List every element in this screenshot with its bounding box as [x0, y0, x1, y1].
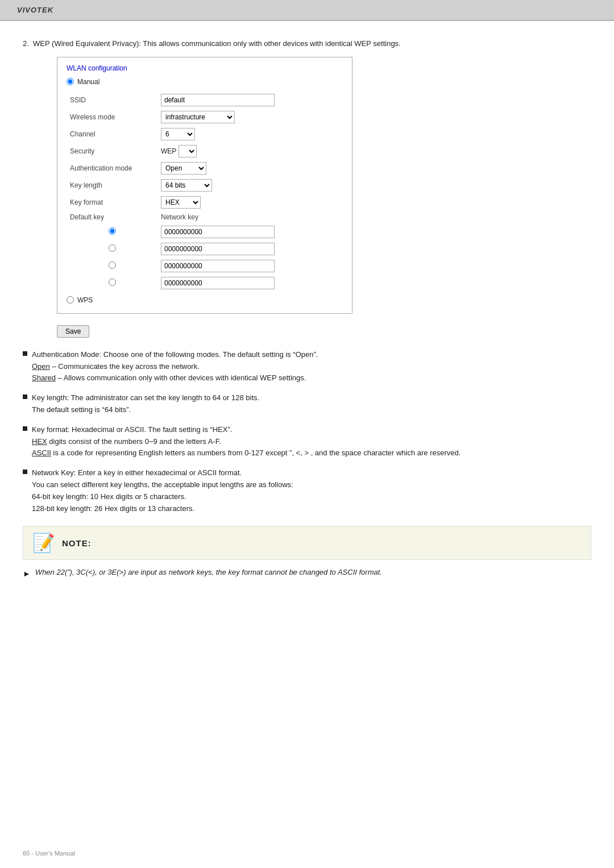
page-footer: 60 - User's Manual — [23, 850, 75, 857]
channel-row: Channel 6 — [67, 126, 343, 143]
key-format-select[interactable]: HEX — [161, 196, 201, 209]
key-length-bullet: Key length: The administrator can set th… — [23, 392, 591, 416]
bullet-square-4 — [23, 470, 27, 474]
key-format-bullet-text: Key format: Hexadecimal or ASCII. The fa… — [32, 424, 591, 459]
key-length-row: Key length 64 bits — [67, 177, 343, 194]
auth-mode-bullet-text: Authentication Mode: Choose one of the f… — [32, 349, 591, 384]
ssid-input[interactable] — [161, 94, 275, 106]
key-2-radio[interactable] — [109, 244, 116, 252]
channel-label: Channel — [67, 126, 157, 143]
key-1-radio[interactable] — [109, 227, 116, 235]
key-row-4 — [67, 275, 343, 292]
key-row-2 — [67, 240, 343, 258]
wps-radio-row: WPS — [67, 296, 343, 304]
wlan-config-box: WLAN configuration Manual SSID Wireless … — [57, 57, 352, 314]
network-key-bullet-text: Network Key: Enter a key in either hexad… — [32, 467, 591, 514]
wireless-mode-label: Wireless mode — [67, 109, 157, 126]
footer-text: 60 - User's Manual — [23, 850, 75, 857]
ascii-underline: ASCII — [32, 448, 51, 457]
security-label: Security — [67, 143, 157, 160]
key-format-bullet: Key format: Hexadecimal or ASCII. The fa… — [23, 424, 591, 459]
key-3-radio[interactable] — [109, 261, 116, 269]
key-format-label: Key format — [67, 194, 157, 211]
security-value: WEP — [161, 147, 176, 155]
wlan-fields-table: SSID Wireless mode infrastructure Channe… — [67, 92, 343, 292]
bullet-square-2 — [23, 394, 27, 399]
bullet-square-1 — [23, 351, 27, 356]
wireless-mode-select[interactable]: infrastructure — [161, 111, 235, 123]
key-4-radio[interactable] — [109, 279, 116, 286]
manual-label: Manual — [77, 78, 99, 86]
note-content: ► When 22(”), 3C(<), or 3E(>) are input … — [23, 567, 591, 580]
brand-logo: VIVOTEK — [17, 6, 53, 14]
section-2-intro: 2. WEP (Wired Equivalent Privacy): This … — [23, 38, 591, 50]
ssid-label: SSID — [67, 92, 157, 109]
bullet-square-3 — [23, 426, 27, 431]
manual-radio[interactable] — [67, 78, 74, 85]
save-button-row: Save — [57, 325, 591, 338]
auth-mode-bullet: Authentication Mode: Choose one of the f… — [23, 349, 591, 384]
note-arrow-icon: ► — [23, 567, 31, 580]
wlan-config-title: WLAN configuration — [67, 64, 343, 72]
page-header: VIVOTEK — [0, 0, 614, 20]
save-button[interactable]: Save — [57, 325, 89, 338]
note-text: When 22(”), 3C(<), or 3E(>) are input as… — [35, 567, 382, 579]
key-length-label: Key length — [67, 177, 157, 194]
key-row-3 — [67, 258, 343, 275]
manual-radio-row: Manual — [67, 78, 343, 86]
key-length-bullet-text: Key length: The administrator can set th… — [32, 392, 591, 416]
channel-select[interactable]: 6 — [161, 128, 195, 140]
key-length-select[interactable]: 64 bits — [161, 179, 212, 192]
hex-underline: HEX — [32, 437, 47, 446]
key-1-input[interactable] — [161, 226, 275, 238]
wps-label: WPS — [77, 296, 93, 304]
key-2-input[interactable] — [161, 243, 275, 255]
open-underline: Open — [32, 362, 50, 371]
note-title: NOTE: — [62, 538, 92, 548]
default-key-header-row: Default key Network key — [67, 211, 343, 223]
bullet-sections: Authentication Mode: Choose one of the f… — [23, 349, 591, 515]
auth-mode-row: Authentication mode Open — [67, 160, 343, 177]
shared-underline: Shared — [32, 373, 56, 382]
wireless-mode-row: Wireless mode infrastructure — [67, 109, 343, 126]
security-row: Security WEP — [67, 143, 343, 160]
wps-radio[interactable] — [67, 296, 74, 304]
note-box: 📝 NOTE: — [23, 526, 591, 560]
key-format-row: Key format HEX — [67, 194, 343, 211]
key-row-1 — [67, 223, 343, 240]
key-3-input[interactable] — [161, 260, 275, 272]
network-key-label: Network key — [157, 211, 343, 223]
auth-mode-select[interactable]: Open — [161, 162, 206, 175]
default-key-label: Default key — [67, 211, 157, 223]
note-bullet-item: ► When 22(”), 3C(<), or 3E(>) are input … — [23, 567, 591, 580]
section-2: 2. WEP (Wired Equivalent Privacy): This … — [23, 38, 591, 338]
network-key-bullet: Network Key: Enter a key in either hexad… — [23, 467, 591, 514]
security-select[interactable] — [179, 145, 197, 157]
ssid-row: SSID — [67, 92, 343, 109]
auth-mode-label: Authentication mode — [67, 160, 157, 177]
main-content: 2. WEP (Wired Equivalent Privacy): This … — [0, 21, 614, 603]
key-4-input[interactable] — [161, 277, 275, 289]
note-icon: 📝 — [32, 532, 55, 554]
